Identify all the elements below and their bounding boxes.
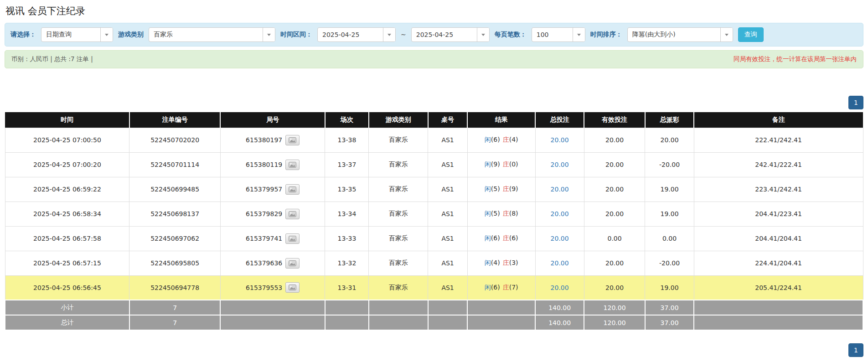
total-bet-link[interactable]: 20.00 bbox=[551, 210, 569, 217]
picture-icon bbox=[289, 236, 296, 242]
cell-game-type: 百家乐 bbox=[369, 275, 428, 300]
cell-table-no: AS1 bbox=[428, 251, 468, 275]
round-result-image-button[interactable] bbox=[285, 258, 300, 269]
total-bet-link[interactable]: 20.00 bbox=[551, 136, 569, 144]
date-to-dropdown-toggle[interactable] bbox=[477, 28, 489, 41]
date-from-dropdown-toggle[interactable] bbox=[383, 28, 395, 41]
total-label: 总计 bbox=[5, 315, 129, 330]
result-player-points: (4) bbox=[491, 259, 500, 266]
total-bet-link[interactable]: 20.00 bbox=[551, 235, 569, 242]
round-result-image-button[interactable] bbox=[285, 160, 300, 170]
cell-round-id: 615379553 bbox=[220, 275, 325, 300]
table-row-highlighted: 2025-04-25 06:56:45 522450694778 6153795… bbox=[5, 275, 863, 300]
total-bet-link[interactable]: 20.00 bbox=[551, 284, 569, 291]
cell-bet-id: 522450701114 bbox=[129, 152, 220, 177]
table-row: 2025-04-25 06:57:58 522450697062 6153797… bbox=[5, 226, 863, 251]
cell-round-id: 615379636 bbox=[220, 251, 325, 275]
round-result-image-button[interactable] bbox=[285, 209, 300, 219]
game-type-dropdown-toggle[interactable] bbox=[263, 28, 275, 41]
caret-down-icon bbox=[725, 34, 728, 36]
empty-cell bbox=[325, 315, 369, 330]
query-type-dropdown-toggle[interactable] bbox=[100, 28, 113, 41]
cell-table-no: AS1 bbox=[428, 177, 468, 202]
round-result-image-button[interactable] bbox=[285, 135, 300, 145]
page-container: 视讯 会员下注纪录 请选择： 日期查询 游戏类别 百家乐 时间区间： 2025-… bbox=[0, 5, 868, 357]
cell-remark: 242.41/222.41 bbox=[694, 152, 863, 177]
page-size-value: 100 bbox=[532, 28, 573, 41]
total-bet-link[interactable]: 20.00 bbox=[551, 259, 569, 267]
result-player-label: 闲 bbox=[485, 185, 491, 192]
cell-session: 13-37 bbox=[325, 152, 369, 177]
cell-session: 13-33 bbox=[325, 226, 369, 251]
result-banker-points: (4) bbox=[509, 136, 518, 143]
result-banker-points: (8) bbox=[509, 210, 518, 217]
header-remark: 备注 bbox=[694, 112, 863, 128]
page-size-dropdown-toggle[interactable] bbox=[573, 28, 585, 41]
subtotal-payout: 37.00 bbox=[645, 300, 694, 315]
total-valid-bet: 120.00 bbox=[584, 315, 645, 330]
cell-result: 闲(4)庄(3) bbox=[467, 251, 535, 275]
cell-result: 闲(9)庄(0) bbox=[467, 152, 535, 177]
cell-result: 闲(6)庄(4) bbox=[467, 128, 535, 152]
total-count: 7 bbox=[129, 315, 220, 330]
cell-payout: -20.00 bbox=[645, 251, 694, 275]
cell-bet-id: 522450695805 bbox=[129, 251, 220, 275]
round-result-image-button[interactable] bbox=[285, 233, 300, 244]
empty-cell bbox=[428, 315, 468, 330]
cell-valid-bet: 0.00 bbox=[584, 226, 645, 251]
result-banker-label: 庄 bbox=[503, 160, 509, 168]
caret-down-icon bbox=[267, 34, 271, 36]
cell-bet-id: 522450702020 bbox=[129, 128, 220, 152]
game-type-select[interactable]: 百家乐 bbox=[149, 27, 275, 42]
sort-order-value: 降冪(由大到小) bbox=[628, 28, 720, 41]
header-payout: 总派彩 bbox=[645, 112, 694, 128]
cell-total-bet: 20.00 bbox=[535, 251, 584, 275]
cell-remark: 204.41/204.41 bbox=[694, 226, 863, 251]
result-player-label: 闲 bbox=[485, 284, 491, 291]
cell-bet-id: 522450699485 bbox=[129, 177, 220, 202]
empty-cell bbox=[220, 300, 325, 315]
round-result-image-button[interactable] bbox=[285, 184, 300, 195]
cell-round-id: 615379957 bbox=[220, 177, 325, 202]
round-result-image-button[interactable] bbox=[285, 282, 300, 293]
date-from-value: 2025-04-25 bbox=[318, 28, 383, 41]
total-bet-link[interactable]: 20.00 bbox=[551, 161, 569, 168]
cell-round-id: 615380119 bbox=[220, 152, 325, 177]
subtotal-count: 7 bbox=[129, 300, 220, 315]
result-banker-label: 庄 bbox=[503, 284, 509, 291]
empty-cell bbox=[220, 315, 325, 330]
caret-down-icon bbox=[388, 34, 391, 36]
query-type-select[interactable]: 日期查询 bbox=[41, 27, 113, 42]
page-size-select[interactable]: 100 bbox=[532, 27, 585, 42]
result-player-points: (5) bbox=[491, 185, 500, 192]
sort-order-dropdown-toggle[interactable] bbox=[720, 28, 733, 41]
pagination-page-1-button[interactable]: 1 bbox=[848, 96, 863, 109]
pagination-page-1-button[interactable]: 1 bbox=[848, 343, 863, 357]
table-row: 2025-04-25 06:59:22 522450699485 6153799… bbox=[5, 177, 863, 202]
result-banker-points: (0) bbox=[509, 160, 518, 168]
cell-game-type: 百家乐 bbox=[369, 177, 428, 202]
search-button[interactable]: 查询 bbox=[738, 27, 764, 42]
sort-order-select[interactable]: 降冪(由大到小) bbox=[627, 27, 733, 42]
cell-table-no: AS1 bbox=[428, 202, 468, 226]
cell-session: 13-38 bbox=[325, 128, 369, 152]
table-row: 2025-04-25 06:58:34 522450698137 6153798… bbox=[5, 202, 863, 226]
cell-round-id: 615380197 bbox=[220, 128, 325, 152]
cell-game-type: 百家乐 bbox=[369, 202, 428, 226]
caret-down-icon bbox=[481, 34, 485, 36]
empty-cell bbox=[428, 300, 468, 315]
result-player-label: 闲 bbox=[485, 160, 491, 168]
cell-valid-bet: 20.00 bbox=[584, 177, 645, 202]
header-total-bet: 总投注 bbox=[535, 112, 584, 128]
currency-total-summary: 币别：人民币 | 总共 :7 注单 | bbox=[11, 55, 93, 63]
total-total-bet: 140.00 bbox=[535, 315, 584, 330]
total-bet-link[interactable]: 20.00 bbox=[551, 186, 569, 193]
cell-payout: -20.00 bbox=[645, 152, 694, 177]
picture-icon bbox=[289, 260, 296, 266]
result-banker-points: (3) bbox=[509, 259, 518, 266]
date-from-select[interactable]: 2025-04-25 bbox=[317, 27, 396, 42]
cell-session: 13-31 bbox=[325, 275, 369, 300]
cell-payout: 0.00 bbox=[645, 226, 694, 251]
date-to-select[interactable]: 2025-04-25 bbox=[411, 27, 490, 42]
date-range-label: 时间区间： bbox=[280, 31, 312, 39]
